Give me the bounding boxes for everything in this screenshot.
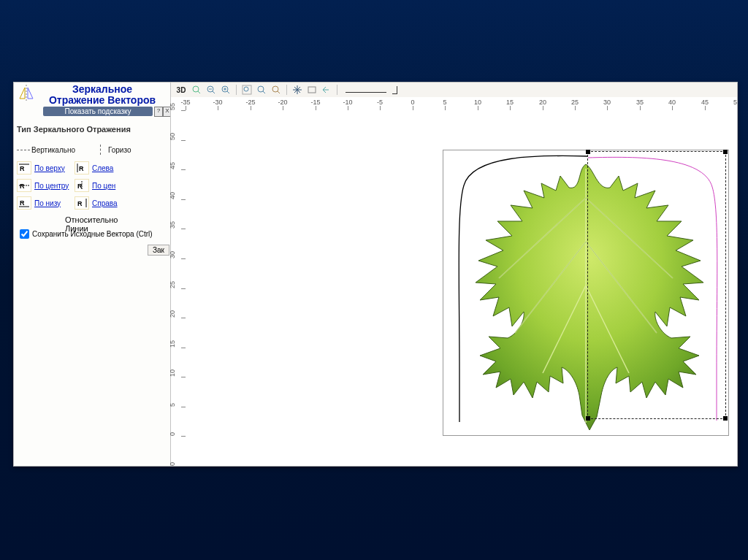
ruler-vertical: 55504540353025201510500	[171, 110, 186, 466]
svg-line-28	[278, 91, 280, 93]
dash-h-icon	[17, 145, 31, 155]
toolbar-slider-end	[392, 86, 397, 94]
sidebar-panel: Зеркальное Отражение Векторов Показать п…	[14, 83, 171, 466]
help-button[interactable]: ?	[154, 107, 163, 117]
keep-source-row[interactable]: Сохранить Исходные Вектора (Ctrl)	[17, 227, 153, 241]
zoom-window-icon[interactable]	[240, 83, 253, 96]
ruler-h-tick: -30	[213, 99, 222, 106]
zoom-fit-icon[interactable]	[190, 83, 203, 96]
ruler-h-tick: -35	[180, 99, 190, 106]
toolbar-sep-1	[236, 85, 237, 95]
ruler-v-tick: 35	[169, 220, 176, 229]
dash-v-icon	[94, 145, 108, 155]
ruler-v-tick: 55	[169, 101, 176, 110]
ruler-v-tick: 5	[169, 398, 176, 407]
ruler-h-tick: -20	[278, 99, 287, 106]
sidebar-title: Зеркальное Отражение Векторов	[36, 84, 169, 106]
3d-toggle[interactable]: 3D	[174, 83, 188, 96]
close-button[interactable]: Зак	[148, 245, 169, 256]
ruler-v-tick: 20	[169, 309, 176, 318]
ruler-h-tick: -15	[310, 99, 320, 106]
col-vertical: Вертикально	[31, 146, 94, 154]
ruler-h-tick: 0	[411, 99, 414, 106]
svg-text:R: R	[20, 199, 25, 207]
ruler-v-tick: 45	[169, 161, 176, 169]
handle-tl[interactable]	[586, 150, 590, 154]
zoom-extents-icon[interactable]	[255, 83, 268, 96]
ruler-v-tick: 15	[169, 339, 176, 348]
ruler-h-tick: 10	[474, 99, 481, 106]
mirror-row-2: R По центру R По цен	[17, 177, 169, 193]
mirror-vcenter-link[interactable]: По центру	[34, 182, 75, 190]
mirror-row-1: R По верху R Слева	[17, 160, 169, 176]
mirror-bottom-link[interactable]: По низу	[34, 199, 75, 207]
ruler-v-tick: 50	[169, 131, 176, 140]
toolbar-sep-2	[286, 85, 287, 95]
mirror-options: Вертикально Горизо R По верху R Слева R …	[17, 141, 169, 233]
zoom-out-icon[interactable]	[205, 83, 218, 96]
svg-text:R: R	[20, 183, 25, 190]
keep-source-checkbox[interactable]	[20, 229, 29, 239]
canvas-toolbar: 3D	[171, 83, 738, 98]
mirror-right-link[interactable]: Справа	[92, 199, 132, 207]
viewport[interactable]	[186, 110, 737, 466]
mirror-top-icon: R	[17, 161, 31, 174]
mirror-header-row: Вертикально Горизо	[17, 141, 169, 158]
ruler-horizontal: -35-30-25-20-15-10-505101520253035404550	[186, 97, 737, 111]
selection-marquee[interactable]	[587, 151, 726, 419]
canvas-area: 3D -35-30-25-20-15-10-505101520253035404…	[171, 83, 737, 466]
show-hint-button[interactable]: Показать подсказку	[43, 107, 153, 116]
svg-point-24	[244, 87, 248, 91]
svg-point-27	[272, 86, 278, 92]
ruler-h-tick: -25	[245, 99, 255, 106]
mirror-top-link[interactable]: По верху	[34, 164, 75, 172]
title-line-1: Зеркальное	[72, 83, 132, 95]
ruler-v-tick: 0	[169, 427, 176, 436]
handle-bl[interactable]	[586, 416, 590, 421]
mirror-vcenter-icon: R	[17, 179, 31, 192]
handle-br[interactable]	[723, 416, 728, 421]
svg-rect-29	[308, 87, 316, 93]
zoom-selected-icon[interactable]	[270, 83, 283, 96]
svg-text:R: R	[77, 200, 83, 207]
ruler-h-tick: 50	[733, 99, 738, 106]
ruler-v-tick: 40	[169, 191, 176, 199]
ruler-v-tick: 0	[169, 457, 176, 466]
view-next-icon[interactable]	[320, 83, 333, 96]
mirror-left-link[interactable]: Слева	[92, 164, 132, 172]
ruler-h-tick: 25	[571, 99, 579, 106]
title-line-2: Отражение Векторов	[49, 94, 156, 106]
svg-line-22	[227, 91, 229, 93]
mirror-hcenter-link[interactable]: По цен	[92, 182, 132, 190]
ruler-h-tick: 15	[506, 99, 514, 106]
toolbar-slider[interactable]	[346, 88, 386, 93]
mirror-row-3: R По низу R Справа	[17, 195, 169, 211]
app-window: Зеркальное Отражение Векторов Показать п…	[13, 82, 738, 467]
mirror-right-icon: R	[75, 196, 89, 210]
svg-line-26	[263, 91, 265, 93]
handle-tr[interactable]	[723, 150, 728, 154]
ruler-h-tick: -5	[377, 99, 383, 106]
mirror-bottom-icon: R	[17, 196, 31, 210]
section-label: Тип Зеркального Отражения	[17, 125, 131, 134]
pan-icon[interactable]	[291, 83, 304, 96]
ruler-h-tick: 5	[443, 99, 446, 106]
zoom-in-icon[interactable]	[219, 83, 232, 96]
ruler-v-tick: 30	[169, 250, 176, 258]
svg-line-18	[213, 91, 215, 93]
view-prev-icon[interactable]	[305, 83, 318, 96]
ruler-h-tick: 45	[701, 99, 709, 106]
svg-text:R: R	[20, 165, 25, 172]
ruler-v-tick: 25	[169, 280, 176, 288]
mirror-hcenter-icon: R	[75, 179, 89, 192]
svg-text:R: R	[77, 183, 83, 190]
ruler-v-tick: 10	[169, 368, 176, 377]
svg-text:R: R	[79, 165, 84, 172]
svg-point-14	[193, 86, 199, 92]
ruler-h-tick: 30	[603, 99, 611, 106]
ruler-h-tick: 20	[539, 99, 546, 106]
ruler-h-tick: 35	[636, 99, 644, 106]
mirror-left-icon: R	[75, 161, 89, 174]
svg-line-15	[198, 91, 200, 93]
ruler-h-tick: -10	[343, 99, 352, 106]
